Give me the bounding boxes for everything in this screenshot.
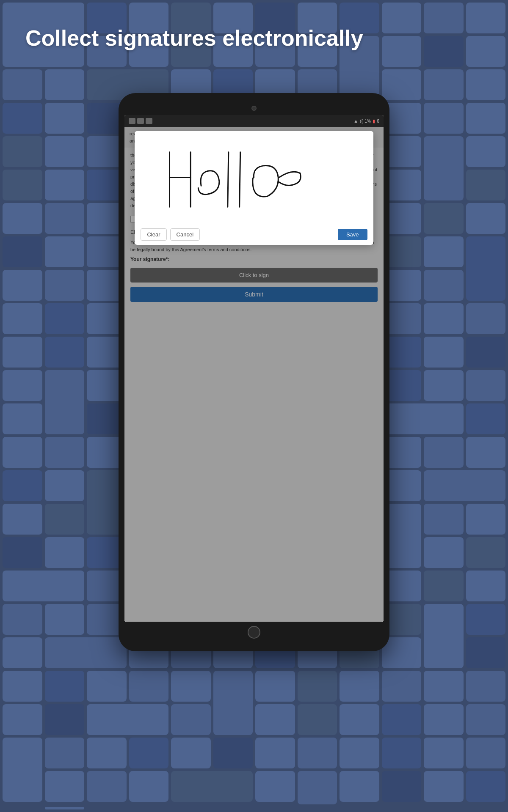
tablet-screen: ▲ (( 1% ▮ 6 review the Seller's financia…: [124, 115, 384, 622]
status-bar-left: [129, 118, 152, 124]
tablet-camera: [251, 106, 257, 111]
signal-icon: ((: [360, 118, 363, 123]
signature-canvas[interactable]: [135, 131, 373, 224]
status-icon-2: [137, 118, 144, 124]
status-bar: ▲ (( 1% ▮ 6: [124, 115, 384, 127]
modal-buttons: Clear Cancel Save: [135, 224, 373, 245]
clock-digit: 6: [377, 118, 379, 123]
save-button[interactable]: Save: [338, 229, 367, 240]
cancel-button[interactable]: Cancel: [170, 228, 200, 241]
modal-overlay: Clear Cancel Save: [124, 127, 384, 622]
document-area: review the Seller's financial records an…: [124, 127, 384, 622]
tablet-device: ▲ (( 1% ▮ 6 review the Seller's financia…: [119, 93, 389, 651]
signature-modal: Clear Cancel Save: [135, 131, 373, 245]
tablet-home-button[interactable]: [248, 626, 260, 639]
page-title: Collect signatures electronically: [25, 25, 483, 51]
status-bar-right: ▲ (( 1% ▮ 6: [353, 118, 379, 124]
status-icon-1: [129, 118, 135, 124]
clear-button[interactable]: Clear: [141, 228, 166, 241]
wifi-icon: ▲: [353, 118, 358, 123]
signature-drawing: [139, 135, 369, 219]
status-icon-3: [146, 118, 152, 124]
battery-icon: ▮: [373, 118, 375, 124]
battery-text: 1%: [364, 119, 370, 123]
